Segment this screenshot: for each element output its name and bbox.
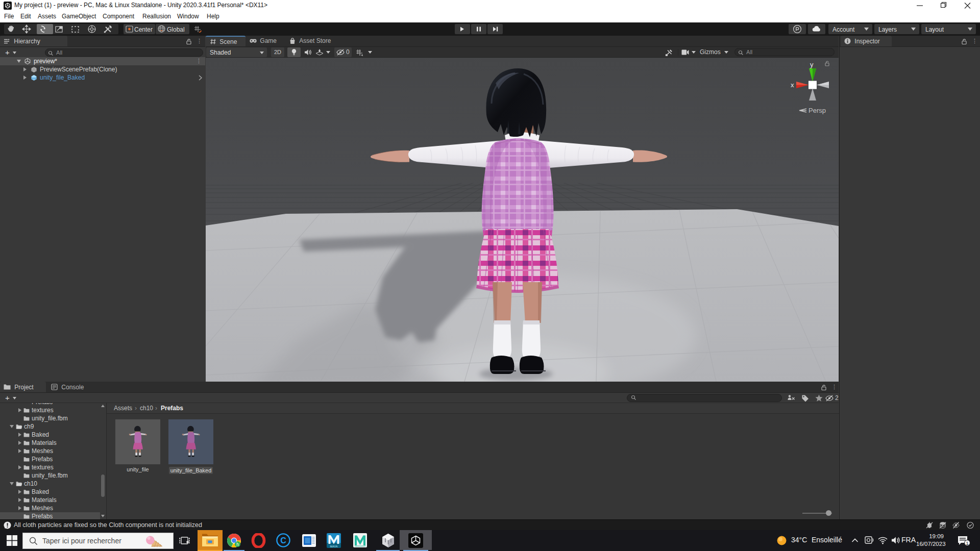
svg-text:MAYA: MAYA (330, 545, 338, 548)
svg-text:1: 1 (966, 541, 968, 546)
svg-text:C: C (280, 536, 286, 545)
svg-text:twinmotion: twinmotion (355, 545, 366, 547)
svg-text:Persp: Persp (808, 107, 826, 114)
svg-text:x: x (791, 81, 794, 89)
svg-text:y: y (810, 61, 814, 68)
svg-text:h: h (236, 542, 239, 547)
